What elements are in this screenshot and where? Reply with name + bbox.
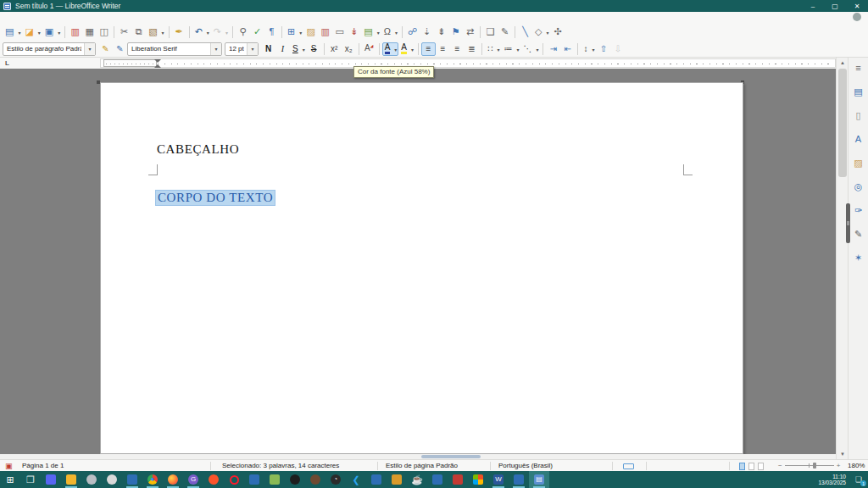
clear-formatting-button[interactable]: A [362,42,376,56]
document-page[interactable]: CABEÇALHO CORPO DO TEXTO [100,82,743,454]
menu-inserir[interactable] [39,12,51,23]
formatting-marks-button[interactable]: ¶ [264,25,279,39]
sidebar-accessibility-button[interactable]: ✶ [851,250,866,265]
vertical-scrollbar[interactable]: ▲ ▼ [836,58,848,459]
ordered-list-button[interactable]: ≔ [501,42,520,56]
action-center-icon[interactable]: ❏ 1 [853,474,865,485]
menu-exibir[interactable] [27,12,39,23]
taskbar-clock[interactable]: 11:10 13/03/2025 [818,474,846,486]
align-left-button[interactable]: ≡ [421,42,436,56]
taskbar-app-obs[interactable]: ◔ [326,471,346,488]
taskbar-app-blue5[interactable] [509,471,529,488]
line-spacing-button[interactable]: ↕ [581,42,596,56]
status-language[interactable]: Português (Brasil) [498,462,553,469]
taskbar-app-writer[interactable]: ▤ [529,471,549,488]
track-changes-button[interactable]: ✎ [498,25,512,39]
cross-reference-button[interactable]: ⇄ [463,25,477,39]
print-button[interactable]: ▦ [82,25,97,39]
open-button[interactable]: ◪ [22,25,42,39]
indent-marker[interactable] [154,59,161,68]
taskbar-app-blue4[interactable] [427,471,448,488]
taskbar-app-purple[interactable]: G [183,471,203,488]
menu-arquivo[interactable] [3,12,15,23]
sidebar-settings-button[interactable]: ≡ [851,60,866,75]
zoom-level[interactable]: 180% [848,462,865,469]
insert-line-button[interactable]: ╲ [518,25,532,39]
taskbar-app-discord[interactable] [41,471,61,488]
strikethrough-button[interactable]: S [307,42,321,56]
taskbar-app-camera[interactable] [285,471,305,488]
menu-ajuda[interactable] [122,12,134,23]
subscript-button[interactable]: x₂ [342,42,356,56]
zoom-in-button[interactable]: + [837,462,841,469]
insert-footnote-button[interactable]: ⇣ [420,25,434,39]
menu-tabela[interactable] [75,12,86,23]
task-view-button[interactable]: ❐ [20,471,41,488]
print-preview-button[interactable]: ◫ [97,25,111,39]
menu-formulario[interactable] [86,12,98,23]
unordered-list-button[interactable]: ∷ [485,42,501,56]
taskbar-app-file-explorer[interactable] [61,471,81,488]
book-view-button[interactable] [758,463,764,470]
find-replace-button[interactable]: ⚲ [236,25,250,39]
bold-button[interactable]: N [261,42,275,56]
spelling-button[interactable]: ✓ [250,25,264,39]
increase-indent-button[interactable]: ⇥ [546,42,560,56]
paragraph-style-combo[interactable]: Estilo de parágrafo Padrão ▾ [3,42,96,56]
taskbar-app-vscode[interactable]: ❮ [346,471,366,488]
align-justify-button[interactable]: ≣ [465,42,479,56]
scroll-up-arrow[interactable]: ▲ [837,58,849,68]
status-selection-info[interactable]: Selecionado: 3 palavras, 14 caracteres [222,462,339,469]
status-page-style[interactable]: Estilo de página Padrão [386,462,458,469]
insert-endnote-button[interactable]: ⇟ [434,25,448,39]
taskbar-app-game2[interactable] [102,471,122,488]
underline-button[interactable]: S [290,42,307,56]
minimize-button[interactable]: – [802,0,824,12]
horizontal-ruler[interactable] [100,58,836,68]
taskbar-app-brown[interactable] [305,471,326,488]
scroll-down-arrow[interactable]: ▼ [837,449,849,459]
menu-editar[interactable] [15,12,27,23]
align-center-button[interactable]: ≡ [436,42,450,56]
multi-page-view-button[interactable] [748,463,754,470]
horizontal-scrollbar-thumb[interactable] [421,455,481,458]
selected-text[interactable]: CORPO DO TEXTO [155,190,275,206]
sidebar-navigator-button[interactable]: ◎ [851,179,866,194]
taskbar-app-word[interactable]: W [488,471,509,488]
cut-button[interactable]: ✂ [117,25,131,39]
document-area[interactable]: CABEÇALHO CORPO DO TEXTO [0,69,836,454]
paste-button[interactable]: ▧ [146,25,165,39]
single-page-view-button[interactable] [739,463,745,470]
taskbar-app-pdf[interactable] [448,471,468,488]
clone-formatting-button[interactable]: ✒ [172,25,186,39]
tab-stop-selector[interactable]: L [5,59,9,67]
font-color-button[interactable]: A [382,42,399,56]
sidebar-changes-button[interactable]: ✎ [851,226,866,241]
insert-table-button[interactable]: ⊞ [285,25,303,39]
font-size-combo[interactable]: 12 pt ▾ [225,42,259,56]
zoom-slider-thumb[interactable] [813,463,816,469]
sidebar-page-button[interactable]: ▯ [851,108,866,123]
taskbar-app-brave[interactable] [203,471,224,488]
superscript-button[interactable]: x² [327,42,342,56]
special-character-button[interactable]: Ω [381,25,399,39]
hyperlink-button[interactable]: ☍ [405,25,420,39]
insert-textbox-button[interactable]: ▭ [332,25,347,39]
insert-image-button[interactable]: ▨ [303,25,318,39]
taskbar-app-firefox[interactable] [163,471,183,488]
font-name-combo[interactable]: Liberation Serif ▾ [127,42,222,56]
taskbar-app-blue3[interactable] [366,471,387,488]
insert-bookmark-button[interactable]: ⚑ [448,25,463,39]
document-heading-text[interactable]: CABEÇALHO [157,142,239,157]
taskbar-app-game1[interactable] [81,471,102,488]
sidebar-inspector-button[interactable]: ✑ [851,202,866,218]
menu-janela[interactable] [110,12,122,23]
taskbar-app-blue2[interactable] [244,471,264,488]
draw-functions-button[interactable]: ✣ [551,25,565,39]
sidebar-properties-button[interactable]: ▤ [851,84,866,99]
undo-button[interactable]: ↶ [192,25,211,39]
basic-shapes-button[interactable]: ◇ [532,25,550,39]
chevron-down-icon[interactable]: ▾ [247,43,258,55]
sidebar-hide-grip[interactable] [846,203,850,243]
italic-button[interactable]: I [275,42,290,56]
